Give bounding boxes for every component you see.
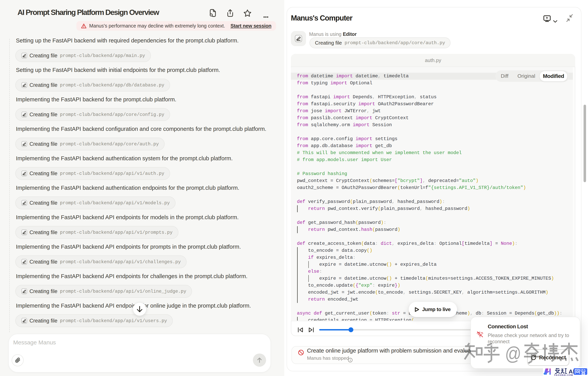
svg-text:@: @ (505, 343, 521, 364)
svg-text:AI: AI (569, 368, 574, 375)
svg-text:FAXIANAI.COM: FAXIANAI.COM (554, 374, 573, 376)
